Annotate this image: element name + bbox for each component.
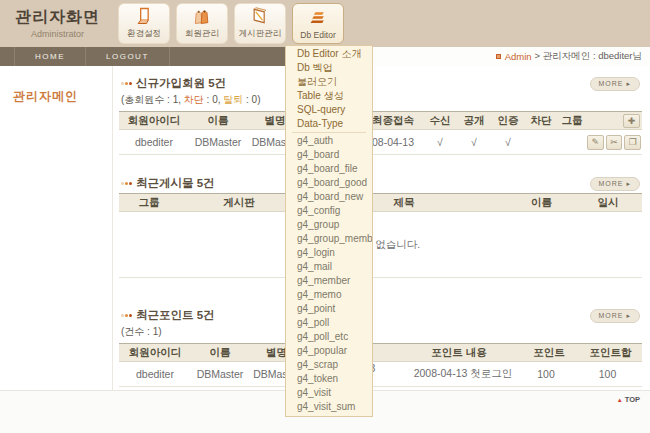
db-editor-dropdown: Db Editor 소개 Db 벡업 불러오기 Table 생성 SQL-que… (285, 45, 373, 417)
column-header: 인증 (491, 112, 525, 130)
cut-icon[interactable]: ✂ (606, 135, 623, 150)
menu-item[interactable]: Db Editor 소개 (286, 47, 372, 61)
table-menu-item[interactable]: g4_board_good (286, 176, 372, 190)
table-menu-item[interactable]: g4_member (286, 274, 372, 288)
cell-open-check: √ (457, 130, 491, 155)
column-header: 게시판 (179, 194, 299, 212)
board-icon (250, 4, 270, 28)
toolbar-button-db-editor[interactable]: Db Editor (292, 3, 344, 44)
table-row: dbediter DBMaster DBMaster 08-04-13 √ √ … (119, 130, 642, 155)
toolbar-label: 환경설정 (127, 28, 161, 40)
table-menu-item[interactable]: g4_poll (286, 316, 372, 330)
bullet-dots-icon (121, 314, 132, 317)
breadcrumb-admin-link[interactable]: Admin (505, 51, 532, 62)
bullet-dots-icon (121, 82, 132, 85)
more-button-posts[interactable]: MORE ▸ (590, 177, 640, 191)
table-menu-item[interactable]: g4_visit_sum (286, 400, 372, 414)
cell-name: DBMaster (189, 130, 247, 155)
members-table: 회원아이디 이름 별명 최종접속 수신 공개 인증 차단 그룹 ✚ dbedit… (119, 111, 642, 155)
menu-item[interactable]: 불러오기 (286, 75, 372, 89)
toolbar-label: 게시판관리 (239, 28, 282, 40)
breadcrumb-bullet-icon (496, 54, 501, 59)
table-menu-item[interactable]: g4_board_new (286, 190, 372, 204)
more-button-members[interactable]: MORE ▸ (590, 77, 640, 91)
cell-member-id[interactable]: dbediter (119, 362, 191, 387)
table-menu-item[interactable]: g4_popular (286, 344, 372, 358)
column-header: 수신 (423, 112, 457, 130)
section-title-text: 최근게시물 5건 (136, 176, 215, 191)
menu-item[interactable]: Db 벡업 (286, 61, 372, 75)
empty-message: 자료가 없습니다. (119, 212, 642, 278)
table-menu-item[interactable]: g4_point (286, 302, 372, 316)
toolbar-button-config[interactable]: 환경설정 (118, 3, 170, 44)
breadcrumb: Admin > 관리자메인 : dbediter님 (345, 47, 650, 66)
scroll-top-link[interactable]: ▲TOP (119, 395, 640, 404)
copy-icon[interactable]: ❐ (624, 135, 641, 150)
bullet-dots-icon (121, 182, 132, 185)
add-button[interactable]: ✚ (623, 114, 640, 128)
table-menu-item[interactable]: g4_board_file (286, 162, 372, 176)
section-points-header: 최근포인트 5건 MORE ▸ (121, 308, 640, 323)
brand: 관리자화면 Administrator (0, 0, 115, 47)
members-note: (총회원수 : 1, 차단 : 0, 탈퇴 : 0) (121, 93, 640, 107)
menu-item[interactable]: Table 생성 (286, 89, 372, 103)
more-button-points[interactable]: MORE ▸ (590, 309, 640, 323)
cell-group (557, 130, 587, 155)
table-menu-item[interactable]: g4_visit (286, 386, 372, 400)
menu-item[interactable]: Data-Type (286, 117, 372, 131)
cell-name: DBMaster (191, 362, 249, 387)
column-header: 포인트 내용 (399, 344, 519, 362)
toolbar-button-boards[interactable]: 게시판관리 (234, 3, 286, 44)
cell-actions: ✎ ✂ ❐ (587, 130, 642, 155)
section-posts-title: 최근게시물 5건 (121, 176, 215, 191)
memo-icon[interactable]: ✎ (587, 135, 604, 150)
cell-member-id[interactable]: dbediter (119, 130, 189, 155)
cell-point-content: 2008-04-13 첫로그인 (399, 362, 519, 387)
section-points-title: 최근포인트 5건 (121, 308, 215, 323)
header: 관리자화면 Administrator 환경설정 회원관리 게시판관리 (0, 0, 650, 47)
settings-icon (134, 4, 154, 28)
cell-cert-check: √ (491, 130, 525, 155)
menu-item[interactable]: SQL-query (286, 103, 372, 117)
section-members-header: 신규가입회원 5건 MORE ▸ (121, 76, 640, 91)
points-table: 회원아이디 이름 별명 포인트 내용 포인트 포인트합 dbediter DBM… (119, 343, 642, 387)
column-header: 이름 (509, 194, 574, 212)
table-menu-item[interactable]: g4_login (286, 246, 372, 260)
nav-logout[interactable]: LOGOUT (86, 47, 170, 66)
toolbar-label: 회원관리 (185, 28, 219, 40)
column-header: 포인트합 (579, 344, 642, 362)
section-title-text: 신규가입회원 5건 (136, 76, 226, 91)
note-quit-label: 탈퇴 (223, 94, 243, 105)
app-title: 관리자화면 (0, 7, 115, 28)
top-arrow-icon: ▲ (617, 397, 623, 403)
sidebar-title: 관리자메인 (13, 88, 112, 105)
note-ban-value: : 0, (204, 94, 223, 105)
toolbar-label: Db Editor (300, 30, 335, 40)
members-icon (192, 4, 212, 28)
note-total: (총회원수 : 1, (121, 94, 184, 105)
column-header: 회원아이디 (119, 112, 189, 130)
main-content: 신규가입회원 5건 MORE ▸ (총회원수 : 1, 차단 : 0, 탈퇴 :… (113, 66, 650, 390)
column-header: 이름 (191, 344, 249, 362)
table-menu-item[interactable]: g4_board (286, 148, 372, 162)
table-menu-item[interactable]: g4_mail (286, 260, 372, 274)
table-menu-item[interactable]: g4_config (286, 204, 372, 218)
empty-row: 자료가 없습니다. (119, 212, 642, 278)
table-menu-item[interactable]: g4_memo (286, 288, 372, 302)
nav-home[interactable]: HOME (14, 47, 86, 66)
table-menu-item[interactable]: g4_auth (286, 134, 372, 148)
column-header: 포인트 (519, 344, 579, 362)
posts-table: 그룹 게시판 제목 이름 일시 자료가 없습니다. (119, 193, 642, 278)
table-menu-item[interactable]: g4_poll_etc (286, 330, 372, 344)
table-menu-item[interactable]: g4_scrap (286, 358, 372, 372)
table-menu-item[interactable]: g4_token (286, 372, 372, 386)
toolbar: 환경설정 회원관리 게시판관리 Db Editor (118, 0, 344, 47)
column-header: 그룹 (119, 194, 179, 212)
app-subtitle: Administrator (0, 29, 115, 39)
toolbar-button-members[interactable]: 회원관리 (176, 3, 228, 44)
table-menu-item[interactable]: g4_group (286, 218, 372, 232)
db-editor-icon (307, 6, 329, 30)
admin-page: 관리자화면 Administrator 환경설정 회원관리 게시판관리 (0, 0, 650, 433)
table-menu-item[interactable]: g4_group_member (286, 232, 372, 246)
column-header: 그룹 (557, 112, 587, 130)
